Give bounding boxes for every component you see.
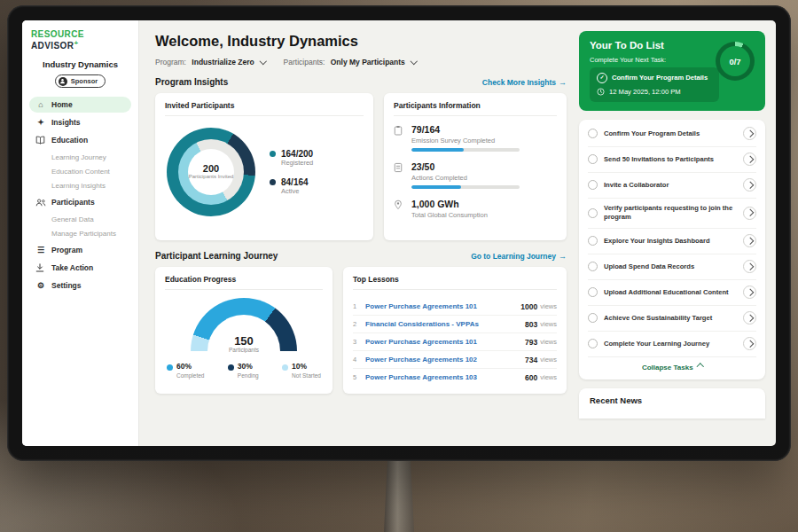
program-filter[interactable]: Program: Industrialize Zero [155, 58, 266, 66]
task-checkbox[interactable] [588, 339, 598, 348]
participants-filter-value: Only My Participants [331, 58, 405, 66]
sidebar-item-label: Settings [51, 281, 82, 290]
education-icon [35, 136, 46, 145]
sidebar-item-general-data[interactable]: General Data [29, 212, 131, 226]
sidebar-item-learning-insights[interactable]: Learning Insights [29, 178, 131, 192]
lesson-link[interactable]: Power Purchase Agreements 101 [365, 338, 525, 346]
program-filter-label: Program: [155, 58, 186, 66]
chevron-right-icon[interactable] [743, 178, 756, 192]
collapse-tasks-link[interactable]: Collapse Tasks [588, 357, 756, 378]
lesson-link[interactable]: Power Purchase Agreements 103 [365, 373, 525, 381]
sidebar-item-settings[interactable]: ⚙ Settings [29, 278, 131, 293]
logo-text-primary: RESOURCE [31, 29, 84, 39]
task-checkbox[interactable] [588, 208, 598, 218]
sidebar-item-label: Home [51, 100, 73, 109]
gauge-center: 150 Participants [191, 335, 297, 353]
lesson-link[interactable]: Power Purchase Agreements 102 [365, 356, 525, 364]
sidebar-item-insights[interactable]: ✦ Insights [29, 114, 131, 130]
task-label: Verify participants requesting to join t… [604, 204, 737, 222]
sidebar-item-learning-journey[interactable]: Learning Journey [29, 150, 131, 164]
card-title: Education Progress [165, 275, 323, 290]
program-icon: ☰ [35, 246, 46, 254]
sidebar-item-education[interactable]: Education [29, 132, 131, 148]
home-icon: ⌂ [35, 101, 46, 109]
recent-news-card: Recent News [579, 388, 765, 419]
lesson-rank: 1 [353, 302, 365, 310]
legend-pct: 30% [238, 362, 253, 371]
todo-summary-card: Your To Do List Complete Your Next Task:… [579, 31, 765, 111]
chevron-right-icon[interactable] [743, 234, 756, 247]
go-to-learning-journey-link[interactable]: Go to Learning Journey→ [471, 252, 567, 261]
invited-chart-body: 200 Participants Invited 164/200 Registe [165, 124, 364, 222]
task-checkbox[interactable] [588, 287, 598, 297]
lesson-row: 2 Financial Considerations - VPPAs 803 v… [353, 316, 557, 333]
lesson-row: 5 Power Purchase Agreements 103 600 view… [353, 369, 557, 386]
chevron-right-icon[interactable] [743, 311, 756, 325]
clock-icon [597, 88, 605, 96]
card-title: Invited Participants [165, 101, 364, 116]
participants-information-card: Participants Information 79/164 Emission… [384, 93, 567, 240]
dashboard-screen: RESOURCE ADVISOR+ Industry Dynamics Spon… [22, 20, 776, 446]
task-row[interactable]: Achieve One Sustainability Target [588, 306, 756, 332]
legend-item-pending: 30% Pending [228, 362, 259, 379]
task-row[interactable]: Explore Your Insights Dashboard [588, 229, 756, 254]
participants-filter[interactable]: Participants: Only My Participants [284, 58, 417, 66]
tasks-list-card: Confirm Your Program Details Send 50 Inv… [579, 120, 765, 379]
sidebar-item-take-action[interactable]: Take Action [29, 260, 131, 276]
legend-dot [228, 364, 234, 371]
next-task-panel: ✓ Confirm Your Program Details 12 May 20… [590, 67, 719, 102]
task-row[interactable]: Confirm Your Program Details [588, 121, 756, 147]
task-row[interactable]: Invite a Collaborator [588, 173, 756, 199]
app-logo: RESOURCE ADVISOR+ [29, 29, 131, 51]
lesson-rank: 3 [353, 338, 365, 346]
sidebar-item-participants[interactable]: Participants [29, 194, 131, 210]
education-progress-card: Education Progress 150 Participants 60% [155, 267, 332, 394]
task-checkbox[interactable] [588, 236, 598, 246]
task-label: Invite a Collaborator [604, 181, 737, 190]
task-row[interactable]: Send 50 Invitations to Participants [588, 147, 756, 173]
invited-donut-chart: 200 Participants Invited [167, 128, 255, 216]
chevron-right-icon[interactable] [743, 153, 756, 166]
task-checkbox[interactable] [588, 313, 598, 323]
chevron-right-icon[interactable] [743, 260, 756, 273]
task-checkbox[interactable] [588, 129, 598, 138]
chevron-right-icon[interactable] [743, 207, 756, 220]
stat-value: 23/50 [411, 161, 520, 172]
check-more-insights-link[interactable]: Check More Insights→ [482, 78, 567, 87]
next-task-label: Confirm Your Program Details [612, 74, 708, 82]
due-date-label: 12 May 2025, 12:00 PM [609, 88, 681, 97]
legend-value: 84/164 [281, 177, 309, 187]
task-checkbox[interactable] [588, 262, 598, 271]
task-row[interactable]: Upload Additional Educational Content [588, 280, 756, 306]
lesson-link[interactable]: Power Purchase Agreements 101 [365, 302, 520, 310]
sidebar-item-home[interactable]: ⌂ Home [29, 97, 131, 113]
lesson-views-suffix: views [540, 338, 557, 346]
task-checkbox[interactable] [588, 154, 598, 164]
chevron-right-icon[interactable] [743, 286, 756, 299]
program-filter-value: Industrialize Zero [192, 58, 254, 66]
chevron-right-icon[interactable] [743, 337, 756, 350]
legend-item-completed: 60% Completed [167, 362, 204, 379]
gauge-label: Participants [191, 347, 297, 353]
legend-dot [282, 364, 288, 371]
task-row[interactable]: Verify participants requesting to join t… [588, 199, 756, 229]
sidebar-item-label: Program [51, 246, 82, 254]
participants-icon [35, 199, 46, 207]
legend-item-not-started: 10% Not Started [282, 362, 321, 379]
sidebar-item-education-content[interactable]: Education Content [29, 164, 131, 178]
task-label: Explore Your Insights Dashboard [604, 237, 737, 246]
next-task-row: ✓ Confirm Your Program Details [597, 73, 712, 83]
lesson-rank: 4 [353, 356, 365, 364]
task-row[interactable]: Upload Spend Data Records [588, 254, 756, 280]
chevron-right-icon[interactable] [743, 127, 756, 140]
sponsor-badge: Sponsor [55, 74, 106, 88]
task-checkbox[interactable] [588, 180, 598, 190]
todo-progress-ring: 0/7 [716, 42, 755, 81]
legend-item-active: 84/164 Active [270, 177, 313, 195]
lesson-link[interactable]: Financial Considerations - VPPAs [365, 320, 525, 328]
task-row[interactable]: Complete Your Learning Journey [588, 332, 756, 357]
task-label: Send 50 Invitations to Participants [604, 155, 737, 164]
sidebar-item-program[interactable]: ☰ Program [29, 242, 131, 258]
todo-column: Your To Do List Complete Your Next Task:… [577, 20, 776, 446]
sidebar-item-manage-participants[interactable]: Manage Participants [29, 226, 131, 240]
